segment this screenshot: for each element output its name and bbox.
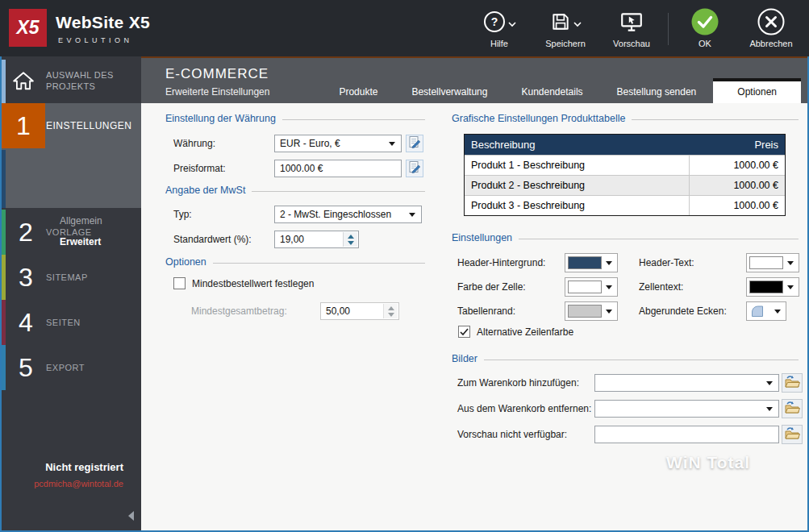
chevron-down-icon [389, 142, 395, 146]
tab-bestellung-senden[interactable]: Bestellung senden [600, 81, 714, 103]
content-header: E-COMMERCE Erweiterte Einstellungen Prod… [141, 56, 809, 103]
alt-row-color-checkbox[interactable] [458, 326, 470, 338]
sidebar-item-seiten[interactable]: 4 SEITEN [0, 300, 141, 345]
rounded-corners-picker[interactable] [746, 301, 786, 321]
window-border [0, 56, 2, 532]
min-total-label: Mindestgesamtbetrag: [191, 305, 287, 317]
table-row: Produkt 2 - Beschreibung 1000.00 € [465, 175, 785, 195]
add-to-cart-image-dropdown[interactable] [594, 374, 779, 392]
cancel-button[interactable]: Abbrechen [738, 5, 804, 53]
min-total-spinner[interactable]: 50,00 [320, 302, 399, 320]
spinner-down-icon[interactable] [348, 241, 354, 245]
sidebar-item-export[interactable]: 5 EXPORT [0, 345, 141, 390]
chevron-down-icon [606, 261, 612, 265]
tab-kundendetails[interactable]: Kundendetails [504, 81, 599, 103]
step-number: 2 [11, 210, 40, 255]
min-order-checkbox[interactable] [173, 277, 186, 289]
check-icon [460, 325, 469, 339]
preview-label: Vorschau [613, 39, 650, 48]
spinner-down-icon [388, 313, 394, 317]
step-label: SEITEN [46, 300, 81, 345]
preview-button[interactable]: Vorschau [598, 5, 665, 53]
spinner-arrows [383, 304, 398, 318]
currency-dropdown[interactable]: EUR - Euro, € [274, 135, 402, 152]
color-swatch [749, 256, 783, 269]
step-number: 4 [11, 300, 40, 345]
edit-price-format-button[interactable] [406, 160, 423, 177]
collapse-sidebar-icon[interactable] [128, 511, 134, 521]
page-subtitle: Erweiterte Einstellungen [165, 86, 269, 98]
color-swatch [568, 305, 602, 318]
toolbar-divider [668, 13, 669, 45]
folder-open-icon [784, 375, 800, 392]
active-step-section: 1 EINSTELLUNGEN Allgemein Erweitert [0, 103, 141, 208]
help-button[interactable]: ? Hilfe [466, 5, 532, 53]
section-vat: Angabe der MwSt [165, 185, 425, 196]
step-sidebar: AUSWAHL DESPROJEKTS 1 EINSTELLUNGEN Allg… [0, 56, 141, 532]
cancel-x-icon [757, 7, 786, 39]
preview-monitor-icon [619, 11, 644, 36]
cell-color-label: Farbe der Zelle: [457, 281, 526, 293]
browse-preview-image-button[interactable] [782, 425, 803, 444]
tab-produkte[interactable]: Produkte [322, 81, 394, 103]
vat-type-dropdown[interactable]: 2 - MwSt. Eingeschlossen [274, 206, 422, 223]
color-swatch [749, 281, 783, 293]
spinner-up-icon[interactable] [348, 235, 354, 239]
section-images: Bilder [452, 353, 799, 364]
min-order-label[interactable]: Mindestbestellwert festlegen [192, 278, 314, 289]
ok-button[interactable]: OK [672, 5, 738, 53]
spinner-up-icon [388, 306, 394, 310]
app-title: WebSite X5 [56, 13, 150, 32]
table-border-color-picker[interactable] [565, 301, 618, 321]
edit-icon [408, 135, 421, 152]
browse-add-image-button[interactable] [782, 373, 803, 393]
sidebar-item-einstellungen[interactable]: 1 [2, 103, 45, 148]
cell-text-label: Zellentext: [639, 281, 683, 293]
registration-email-link[interactable]: pcdmicha@wintotal.de [34, 479, 123, 488]
table-header-row: Beschreibung Preis [465, 135, 785, 155]
table-border-label: Tabellenrand: [457, 305, 515, 317]
registration-status: Nicht registriert [45, 461, 123, 473]
ok-label: OK [698, 39, 711, 48]
edit-currency-button[interactable] [406, 135, 423, 152]
vat-default-spinner[interactable]: 19,00 [274, 231, 359, 248]
chevron-down-icon [766, 407, 773, 411]
section-currency: Einstellung der Währung [165, 113, 425, 124]
chevron-down-icon [508, 16, 516, 31]
cell-text-color-picker[interactable] [746, 277, 799, 297]
folder-open-icon [784, 401, 800, 418]
step-number: 3 [11, 255, 40, 300]
tab-bestellverwaltung[interactable]: Bestellverwaltung [394, 81, 504, 103]
spinner-arrows[interactable] [343, 232, 357, 247]
cell-color-picker[interactable] [565, 277, 618, 297]
wintotal-watermark: WiN Total [666, 453, 750, 472]
title-bar: X5 WebSite X5 EVOLUTION ? Hilfe [0, 0, 809, 56]
price-format-input[interactable]: 1000.00 € [274, 160, 402, 177]
save-icon [550, 11, 571, 35]
remove-from-cart-image-dropdown[interactable] [594, 400, 779, 418]
save-button[interactable]: Speichern [532, 5, 598, 53]
header-text-color-picker[interactable] [746, 253, 799, 272]
sidebar-item-project-selection[interactable]: AUSWAHL DESPROJEKTS [0, 60, 141, 103]
table-row: Produkt 3 - Beschreibung 1000.00 € [465, 195, 785, 215]
content-top-divider [141, 56, 809, 58]
rounded-corners-label: Abgerundete Ecken: [639, 305, 727, 317]
chevron-down-icon [606, 310, 612, 314]
alt-row-color-label[interactable]: Alternative Zeilenfarbe [477, 326, 573, 338]
settings-color-strip [2, 150, 6, 208]
sidebar-item-sitemap[interactable]: 3 SITEMAP [0, 255, 141, 300]
rounded-corner-icon [750, 305, 765, 321]
tab-optionen[interactable]: Optionen [713, 78, 801, 103]
vat-type-label: Typ: [173, 209, 192, 220]
folder-open-icon [784, 426, 800, 443]
browse-remove-image-button[interactable] [782, 399, 803, 418]
page-title: E-COMMERCE [165, 66, 269, 82]
vat-default-label: Standardwert (%): [173, 234, 252, 245]
sidebar-item-vorlage[interactable]: 2 VORLAGE [0, 210, 141, 255]
price-format-label: Preisformat: [173, 163, 226, 174]
section-table-preview: Grafische Einstellungen Produkttabelle [452, 113, 799, 124]
home-label: AUSWAHL DESPROJEKTS [46, 69, 114, 92]
preview-unavailable-field[interactable] [594, 426, 779, 443]
step-label: VORLAGE [46, 210, 92, 255]
header-bg-color-picker[interactable] [565, 253, 618, 272]
